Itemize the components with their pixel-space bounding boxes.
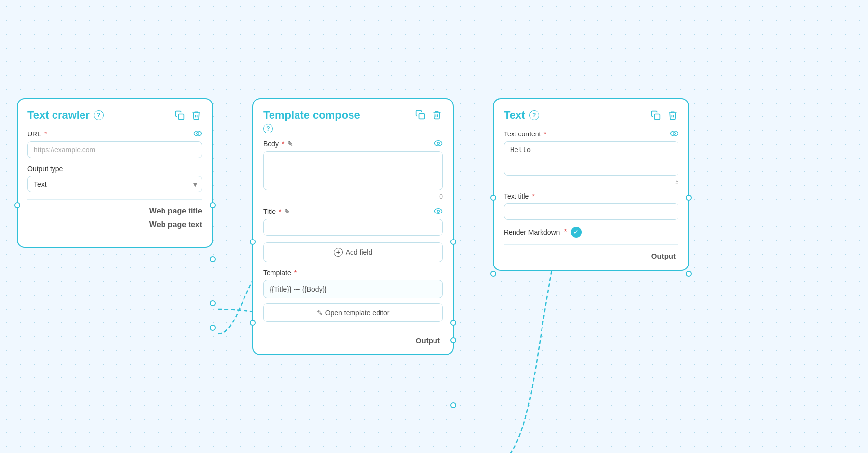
right-dot-title (210, 300, 216, 306)
body-field-group: Body * ✎ 0 (263, 139, 443, 200)
url-label: URL (27, 130, 41, 138)
url-input[interactable] (27, 141, 202, 158)
delete-button[interactable] (190, 109, 202, 121)
svg-rect-0 (179, 114, 184, 119)
template-field-group: Template * {{Title}} --- {{Body}} ✎ Open… (263, 269, 443, 322)
text-node-header: Text ? (504, 109, 678, 122)
open-editor-button[interactable]: ✎ Open template editor (263, 303, 443, 322)
text-crawler-header: Text crawler ? (27, 109, 202, 122)
render-markdown-checkbox[interactable]: ✓ (571, 227, 582, 238)
help-row: ? (263, 124, 443, 133)
right-dot-content (686, 195, 692, 201)
delete-button-3[interactable] (667, 109, 678, 121)
text-node-title-text: Text (504, 109, 525, 122)
help-icon-2[interactable]: ? (263, 124, 273, 133)
body-textarea[interactable] (263, 151, 443, 190)
svg-point-10 (673, 132, 676, 134)
web-page-text-label: Web page text (149, 220, 202, 229)
template-compose-title-text: Template compose (263, 109, 360, 122)
text-content-label-row: Text content * (504, 130, 678, 138)
template-value: {{Title}} --- {{Body}} (263, 280, 443, 298)
left-dot-body (250, 239, 256, 245)
url-field-group: URL * (27, 130, 202, 158)
copy-button-2[interactable] (414, 109, 426, 121)
delete-button-2[interactable] (431, 109, 443, 121)
template-output-label: Output (416, 336, 440, 345)
add-field-label: Add field (346, 248, 372, 256)
svg-point-1 (194, 131, 202, 136)
template-compose-card: Template compose ? Body * ✎ (252, 98, 454, 355)
title-field-group: Title * ✎ (263, 207, 443, 236)
web-page-text-output: Web page text (27, 220, 202, 229)
template-compose-title: Template compose (263, 109, 360, 122)
url-eye-icon[interactable] (193, 130, 202, 138)
add-field-button[interactable]: + Add field (263, 242, 443, 262)
text-content-eye-icon[interactable] (670, 130, 678, 138)
card-actions-3 (650, 109, 678, 121)
card-actions (174, 109, 202, 121)
svg-point-4 (435, 140, 442, 146)
render-markdown-row: Render Markdown * ✓ (504, 227, 678, 238)
right-dot-body (450, 239, 456, 245)
plus-circle-icon: + (334, 248, 343, 257)
divider-1 (27, 199, 202, 200)
text-crawler-card: Text crawler ? URL * (17, 98, 213, 248)
text-title-label: Text title (504, 192, 529, 200)
body-edit-icon[interactable]: ✎ (287, 140, 293, 148)
edit-icon-2: ✎ (317, 309, 323, 317)
text-title-input[interactable]: Output Title (504, 203, 678, 220)
text-crawler-title: Text crawler ? (27, 109, 104, 122)
body-label-row: Body * ✎ (263, 139, 443, 148)
help-icon-3[interactable]: ? (529, 110, 539, 120)
output-type-select[interactable]: Text HTML Markdown (27, 176, 202, 192)
text-title-group: Text title * Output Title (504, 192, 678, 220)
text-crawler-title-text: Text crawler (27, 109, 90, 122)
svg-point-7 (437, 210, 440, 212)
output-type-group: Output type Text HTML Markdown ▾ (27, 165, 202, 192)
right-dot-url (210, 202, 216, 208)
text-node-title: Text ? (504, 109, 539, 122)
open-editor-label: Open template editor (326, 309, 390, 317)
help-icon[interactable]: ? (94, 110, 104, 120)
text-content-group: Text content * Hello 5 (504, 130, 678, 186)
output-type-label-row: Output type (27, 165, 202, 173)
left-dot-content (490, 195, 496, 201)
output-type-select-wrapper: Text HTML Markdown ▾ (27, 176, 202, 192)
text-content-label: Text content (504, 130, 541, 138)
body-label: Body (263, 140, 279, 148)
text-node-card: Text ? Text content * (493, 98, 689, 271)
title-edit-icon[interactable]: ✎ (284, 208, 290, 215)
svg-point-5 (437, 142, 440, 144)
web-page-title-output: Web page title (27, 207, 202, 215)
output-type-label: Output type (27, 165, 63, 173)
title-label: Title (263, 208, 276, 215)
title-input[interactable] (263, 219, 443, 236)
left-dot-text-title (490, 271, 496, 277)
left-dot-title (250, 320, 256, 326)
template-label-row: Template * (263, 269, 443, 277)
text-content-char-count: 5 (504, 179, 678, 186)
text-title-label-row: Text title * (504, 192, 678, 200)
svg-rect-3 (419, 113, 425, 119)
template-label: Template (263, 269, 291, 277)
left-dot-url (14, 202, 20, 208)
title-label-row: Title * ✎ (263, 207, 443, 216)
template-output-port: Output (263, 336, 443, 345)
text-output-port: Output (504, 252, 678, 260)
body-eye-icon[interactable] (434, 139, 443, 148)
svg-rect-8 (655, 114, 660, 119)
divider-3 (504, 244, 678, 245)
title-eye-icon[interactable] (434, 207, 443, 216)
card-actions-2 (414, 109, 443, 121)
copy-button[interactable] (174, 109, 186, 121)
right-dot-text (210, 325, 216, 331)
divider-2 (263, 329, 443, 329)
text-content-textarea[interactable]: Hello (504, 141, 678, 176)
url-required: * (44, 130, 47, 138)
svg-point-6 (435, 208, 442, 213)
svg-point-9 (671, 131, 678, 136)
text-output-label: Output (651, 252, 676, 260)
svg-point-2 (197, 132, 199, 134)
copy-button-3[interactable] (650, 109, 662, 121)
output-dot (450, 337, 456, 343)
